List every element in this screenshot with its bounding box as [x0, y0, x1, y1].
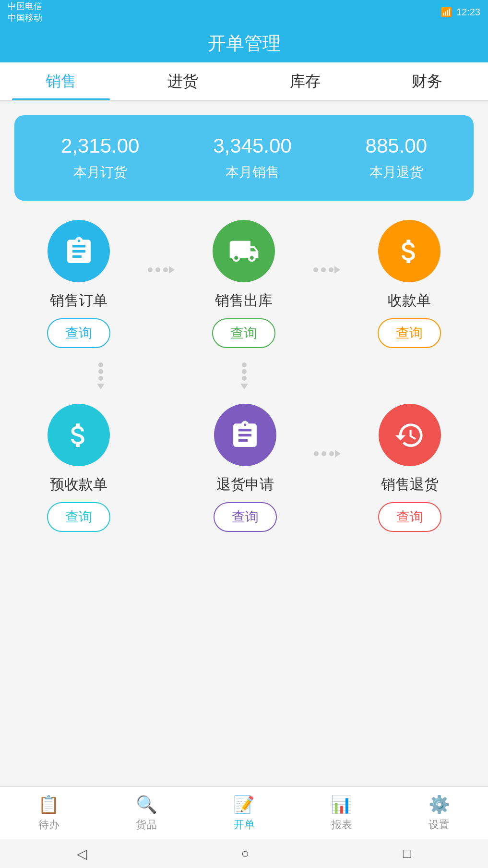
sales-outbound-query-btn[interactable]: 查询: [212, 318, 275, 348]
tab-sales[interactable]: 销售: [0, 62, 122, 100]
nav-todo[interactable]: 📋 待办: [0, 795, 97, 832]
nav-order-label: 开单: [234, 818, 255, 832]
sales-return-button[interactable]: [379, 404, 441, 466]
carrier-info: 中国电信 中国移动: [8, 0, 42, 24]
return-request-query-btn[interactable]: 查询: [214, 502, 277, 532]
report-icon: 📊: [331, 795, 352, 815]
nav-goods-label: 货品: [136, 818, 157, 832]
sales-return-col: 销售退货 查询: [345, 404, 474, 532]
header: 开单管理: [0, 24, 488, 62]
tab-purchase[interactable]: 进货: [122, 62, 244, 100]
page-title: 开单管理: [208, 31, 281, 56]
todo-icon: 📋: [38, 795, 60, 815]
time: 12:23: [456, 7, 480, 18]
sales-outbound-col: 销售出库 查询: [179, 220, 308, 348]
bottom-nav: 📋 待办 🔍 货品 📝 开单 📊 报表 ⚙️ 设置: [0, 786, 488, 839]
status-bar: 中国电信 中国移动 📶 12:23: [0, 0, 488, 24]
nav-order[interactable]: 📝 开单: [195, 795, 293, 832]
stat-monthly-return: 885.00 本月退货: [366, 134, 427, 181]
stat-monthly-order: 2,315.00 本月订货: [61, 134, 140, 181]
arrow-1: [148, 266, 175, 274]
stats-card: 2,315.00 本月订货 3,345.00 本月销售 885.00 本月退货: [14, 115, 474, 201]
nav-report-label: 报表: [331, 818, 352, 832]
down-arrow-right: [316, 358, 459, 394]
action-row-1: 销售订单 查询 销售出库 查询: [14, 220, 474, 348]
return-request-icon: [229, 420, 261, 451]
receipt-col: 收款单 查询: [345, 220, 474, 348]
sales-order-col: 销售订单 查询: [14, 220, 143, 348]
pre-receipt-button[interactable]: [48, 404, 110, 466]
nav-goods[interactable]: 🔍 货品: [97, 795, 195, 832]
goods-icon: 🔍: [136, 795, 157, 815]
tab-inventory[interactable]: 库存: [244, 62, 366, 100]
back-button[interactable]: ◁: [77, 846, 87, 862]
nav-settings-label: 设置: [428, 818, 450, 832]
sales-outbound-label: 销售出库: [215, 291, 273, 311]
receipt-query-btn[interactable]: 查询: [378, 318, 441, 348]
signal-icon: 📶: [440, 6, 452, 18]
pre-receipt-icon: [63, 420, 94, 451]
pre-receipt-label: 预收款单: [50, 475, 107, 494]
sales-order-query-btn[interactable]: 查询: [47, 318, 110, 348]
status-right: 📶 12:23: [440, 6, 480, 18]
recents-button[interactable]: □: [403, 846, 411, 861]
android-nav: ◁ ○ □: [0, 839, 488, 868]
sales-outbound-button[interactable]: [213, 220, 275, 282]
sales-return-label: 销售退货: [381, 475, 439, 494]
stat-monthly-sales: 3,345.00 本月销售: [213, 134, 292, 181]
arrow-3: [314, 450, 341, 458]
sales-order-button[interactable]: [48, 220, 110, 282]
arrow-2: [313, 266, 340, 274]
pre-receipt-query-btn[interactable]: 查询: [47, 502, 110, 532]
order-icon: 📝: [233, 795, 255, 815]
tab-bar: 销售 进货 库存 财务: [0, 62, 488, 101]
nav-report[interactable]: 📊 报表: [293, 795, 390, 832]
return-request-button[interactable]: [214, 404, 276, 466]
receipt-button[interactable]: [378, 220, 440, 282]
down-arrow-center: [172, 358, 316, 394]
down-arrow-left: [29, 358, 172, 394]
sales-order-label: 销售订单: [50, 291, 107, 311]
sales-return-query-btn[interactable]: 查询: [378, 502, 441, 532]
tab-finance[interactable]: 财务: [366, 62, 488, 100]
action-grid: 销售订单 查询 销售出库 查询: [0, 201, 488, 551]
nav-todo-label: 待办: [38, 818, 60, 832]
clipboard-icon: [63, 236, 95, 267]
home-button[interactable]: ○: [241, 846, 250, 861]
receipt-label: 收款单: [388, 291, 431, 311]
return-request-col: 退货申请 查询: [181, 404, 309, 532]
return-request-label: 退货申请: [216, 475, 274, 494]
down-arrows-row: [14, 358, 474, 394]
delivery-icon: [228, 236, 260, 267]
nav-settings[interactable]: ⚙️ 设置: [391, 795, 488, 832]
pre-receipt-col: 预收款单 查询: [14, 404, 143, 532]
sales-return-icon: [394, 420, 425, 451]
receipt-icon: [393, 236, 425, 267]
action-row-2: 预收款单 查询 退货申请 查询: [14, 404, 474, 532]
settings-icon: ⚙️: [428, 795, 450, 815]
